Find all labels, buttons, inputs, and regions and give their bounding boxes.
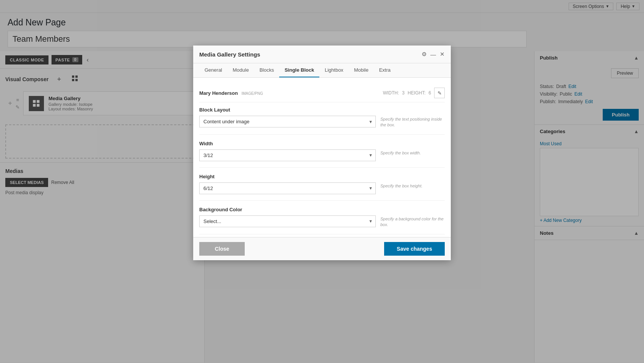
modal-minimize-button[interactable]: — xyxy=(430,51,436,58)
block-layout-label: Block Layout xyxy=(199,107,445,113)
tab-lightbox[interactable]: Lightbox xyxy=(319,63,349,77)
modal-tabs: General Module Blocks Single Block Light… xyxy=(193,63,451,78)
tab-mobile[interactable]: Mobile xyxy=(349,63,374,77)
block-layout-row: Content under image Content over image C… xyxy=(199,116,445,128)
width-value: 3 xyxy=(402,90,405,96)
height-value: 6 xyxy=(428,90,431,96)
tab-extra[interactable]: Extra xyxy=(374,63,396,77)
block-layout-select-wrapper: Content under image Content over image C… xyxy=(199,116,376,127)
modal-overlay: Media Gallery Settings ⚙ — ✕ General Mod… xyxy=(0,0,644,363)
close-icon: ✕ xyxy=(440,51,445,57)
modal-header-actions: ⚙ — ✕ xyxy=(422,51,445,58)
height-select[interactable]: 1/12 2/12 3/12 4/12 5/12 6/12 7/12 8/12 … xyxy=(199,182,376,194)
modal-title: Media Gallery Settings xyxy=(199,51,260,58)
bg-color-label: Background Color xyxy=(199,207,445,212)
image-name-row: Mary Henderson IMAGE/PNG xyxy=(199,90,263,96)
height-row: 1/12 2/12 3/12 4/12 5/12 6/12 7/12 8/12 … xyxy=(199,182,445,194)
bg-color-section: Background Color Select... White Black R… xyxy=(199,207,445,234)
width-label-form: Width xyxy=(199,141,445,146)
height-hint: Specify the box height. xyxy=(380,182,445,189)
block-layout-hint: Specify the text positioning inside the … xyxy=(380,116,445,128)
modal-close-button[interactable]: ✕ xyxy=(440,51,445,58)
pencil-icon: ✎ xyxy=(438,90,442,96)
media-gallery-settings-modal: Media Gallery Settings ⚙ — ✕ General Mod… xyxy=(193,46,451,260)
image-header: Mary Henderson IMAGE/PNG WIDTH: 3 HEIGHT… xyxy=(199,84,445,102)
width-section: Width 1/12 2/12 3/12 4/12 5/12 6/12 7/12 xyxy=(199,141,445,168)
image-name: Mary Henderson xyxy=(199,90,238,96)
image-type: IMAGE/PNG xyxy=(242,91,263,96)
modal-scroll-area[interactable]: Mary Henderson IMAGE/PNG WIDTH: 3 HEIGHT… xyxy=(193,78,451,237)
modal-settings-button[interactable]: ⚙ xyxy=(422,51,427,58)
width-row: 1/12 2/12 3/12 4/12 5/12 6/12 7/12 8/12 … xyxy=(199,149,445,161)
bg-color-select-wrapper: Select... White Black Red Blue Green ▼ xyxy=(199,215,376,227)
height-label-form: Height xyxy=(199,174,445,179)
tab-module[interactable]: Module xyxy=(227,63,254,77)
modal-header: Media Gallery Settings ⚙ — ✕ xyxy=(193,46,451,63)
height-select-wrapper: 1/12 2/12 3/12 4/12 5/12 6/12 7/12 8/12 … xyxy=(199,182,376,194)
tab-general[interactable]: General xyxy=(199,63,227,77)
tab-blocks[interactable]: Blocks xyxy=(254,63,279,77)
image-dims: WIDTH: 3 HEIGHT: 6 ✎ xyxy=(383,88,445,98)
block-layout-select[interactable]: Content under image Content over image C… xyxy=(199,116,376,127)
save-changes-button[interactable]: Save changes xyxy=(384,242,445,256)
gear-icon: ⚙ xyxy=(422,51,427,57)
width-label: WIDTH: xyxy=(383,90,399,96)
close-modal-button[interactable]: Close xyxy=(199,242,245,256)
bg-color-hint: Specify a background color for the box. xyxy=(380,215,445,228)
modal-body: Mary Henderson IMAGE/PNG WIDTH: 3 HEIGHT… xyxy=(193,78,451,237)
width-select-wrapper: 1/12 2/12 3/12 4/12 5/12 6/12 7/12 8/12 … xyxy=(199,149,376,161)
minimize-icon: — xyxy=(430,51,436,58)
modal-footer: Close Save changes xyxy=(193,237,451,260)
width-select[interactable]: 1/12 2/12 3/12 4/12 5/12 6/12 7/12 8/12 … xyxy=(199,149,376,161)
height-section: Height 1/12 2/12 3/12 4/12 5/12 6/12 7/1… xyxy=(199,174,445,201)
image-edit-button[interactable]: ✎ xyxy=(434,88,445,98)
height-label: HEIGHT: xyxy=(408,90,425,96)
block-layout-section: Block Layout Content under image Content… xyxy=(199,107,445,135)
width-hint: Specify the box width. xyxy=(380,149,445,156)
bg-color-select[interactable]: Select... White Black Red Blue Green xyxy=(199,215,376,227)
tab-single-block[interactable]: Single Block xyxy=(279,63,319,77)
bg-color-row: Select... White Black Red Blue Green ▼ S… xyxy=(199,215,445,228)
